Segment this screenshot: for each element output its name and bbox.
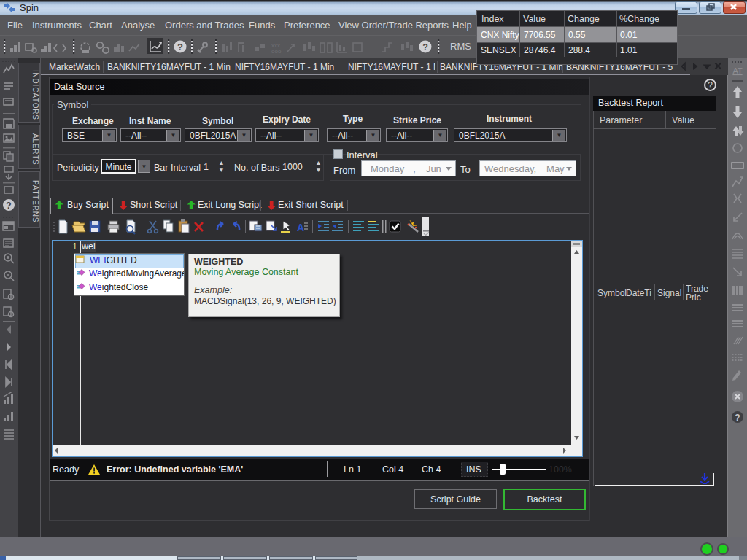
- svg-text:?: ?: [6, 201, 11, 211]
- svg-text:?: ?: [422, 42, 428, 52]
- svg-text:?: ?: [177, 42, 183, 52]
- svg-text:AT: AT: [732, 66, 743, 75]
- svg-text:A: A: [297, 222, 304, 233]
- svg-text:?: ?: [735, 413, 740, 423]
- svg-text:ooo: ooo: [271, 48, 282, 55]
